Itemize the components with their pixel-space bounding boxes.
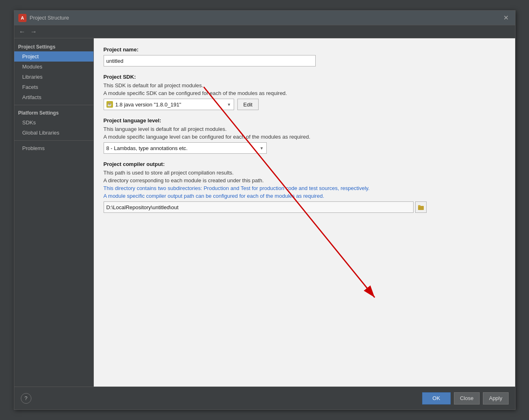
sdk-row: ☕ 1.8 java version "1.8.0_191" ▼ Edit <box>104 99 505 110</box>
title-bar-left: A Project Structure <box>18 14 69 22</box>
sidebar-divider-2 <box>14 140 93 141</box>
project-sdk-desc2: A module specific SDK can be configured … <box>104 90 505 96</box>
compiler-desc4: A module specific compiler output path c… <box>104 193 505 199</box>
bottom-bar: ? OK Close Apply <box>14 387 515 409</box>
language-level-dropdown[interactable]: 8 - Lambdas, type annotations etc. ▼ <box>104 142 267 154</box>
main-content: Project name: Project SDK: This SDK is d… <box>94 38 515 387</box>
project-name-label: Project name: <box>104 46 505 53</box>
sidebar-divider-1 <box>14 105 93 105</box>
sidebar-item-sdks[interactable]: SDKs <box>14 117 93 128</box>
project-structure-dialog: A Project Structure ✕ ← → Project Settin… <box>14 10 516 410</box>
nav-bar: ← → <box>14 25 515 38</box>
sidebar-item-artifacts[interactable]: Artifacts <box>14 92 93 102</box>
compiler-desc2: A directory corresponding to each module… <box>104 177 505 183</box>
language-level-value: 8 - Lambdas, type annotations etc. <box>106 145 188 151</box>
project-sdk-desc1: This SDK is default for all project modu… <box>104 82 505 88</box>
sidebar-item-modules[interactable]: Modules <box>14 62 93 72</box>
apply-button[interactable]: Apply <box>483 392 509 405</box>
forward-button[interactable]: → <box>29 27 39 36</box>
platform-settings-section-label: Platform Settings <box>14 108 93 117</box>
dialog-body: Project Settings Project Modules Librari… <box>14 38 515 387</box>
edit-sdk-button[interactable]: Edit <box>237 99 259 110</box>
sdk-dropdown-inner: ☕ 1.8 java version "1.8.0_191" <box>106 101 227 108</box>
sidebar-item-libraries[interactable]: Libraries <box>14 72 93 82</box>
compiler-desc3: This directory contains two subdirectori… <box>104 185 505 191</box>
project-compiler-label: Project compiler output: <box>104 161 505 167</box>
project-language-desc2: A module specific language level can be … <box>104 134 505 140</box>
help-button[interactable]: ? <box>21 393 31 404</box>
project-settings-section-label: Project Settings <box>14 42 93 51</box>
svg-rect-4 <box>418 206 424 210</box>
project-language-label: Project language level: <box>104 117 505 124</box>
sidebar-item-problems[interactable]: Problems <box>14 143 93 153</box>
sidebar: Project Settings Project Modules Librari… <box>14 38 94 387</box>
action-buttons: OK Close Apply <box>422 392 509 405</box>
sidebar-item-global-libraries[interactable]: Global Libraries <box>14 128 93 138</box>
sidebar-item-project[interactable]: Project <box>14 51 93 62</box>
ok-button[interactable]: OK <box>422 392 451 405</box>
title-bar: A Project Structure ✕ <box>14 11 515 25</box>
sidebar-item-facets[interactable]: Facets <box>14 82 93 92</box>
close-button[interactable]: Close <box>454 392 480 405</box>
svg-rect-5 <box>418 205 421 206</box>
back-button[interactable]: ← <box>18 27 27 36</box>
project-sdk-label: Project SDK: <box>104 74 505 80</box>
sdk-java-icon: ☕ <box>106 101 113 108</box>
project-compiler-section: Project compiler output: This path is us… <box>104 161 505 213</box>
browse-button[interactable] <box>415 201 427 213</box>
project-language-section: Project language level: This language le… <box>104 117 505 154</box>
app-icon: A <box>18 14 27 22</box>
language-dropdown-arrow: ▼ <box>260 146 264 150</box>
dialog-title: Project Structure <box>30 15 69 21</box>
compiler-desc1: This path is used to store all project c… <box>104 170 505 176</box>
svg-text:A: A <box>21 15 24 20</box>
project-language-desc1: This language level is default for all p… <box>104 126 505 132</box>
project-name-input[interactable] <box>104 55 316 66</box>
sdk-value: 1.8 java version "1.8.0_191" <box>115 102 181 108</box>
project-sdk-section: Project SDK: This SDK is default for all… <box>104 74 505 110</box>
sdk-dropdown[interactable]: ☕ 1.8 java version "1.8.0_191" ▼ <box>104 99 234 110</box>
sdk-dropdown-arrow: ▼ <box>227 102 231 107</box>
compiler-output-row <box>104 201 505 213</box>
dialog-close-button[interactable]: ✕ <box>501 13 511 22</box>
folder-icon <box>418 204 424 210</box>
compiler-output-input[interactable] <box>104 201 414 213</box>
project-name-section: Project name: <box>104 46 505 66</box>
